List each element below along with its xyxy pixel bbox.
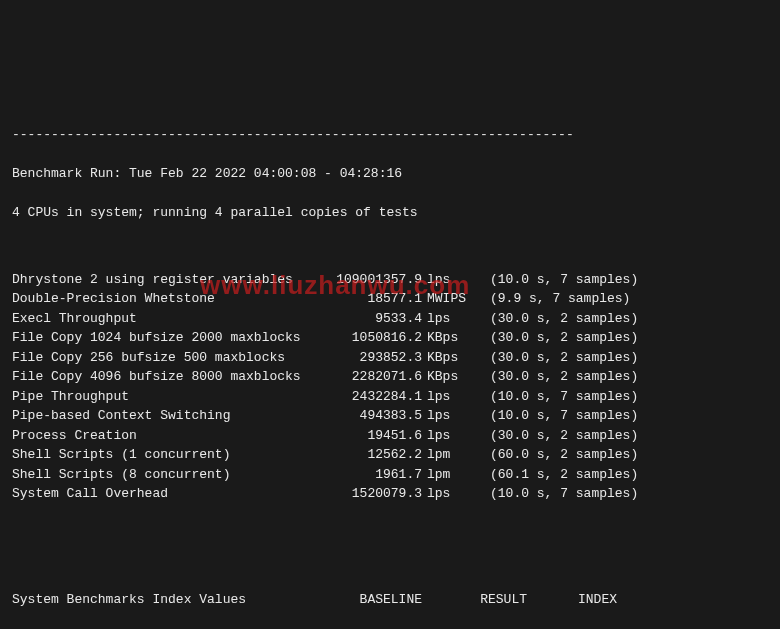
bench-timing: (10.0 s, 7 samples) (472, 406, 638, 426)
bench-label: Dhrystone 2 using register variables (12, 270, 317, 290)
bench-timing: (60.0 s, 2 samples) (472, 445, 638, 465)
cpu-info-line: 4 CPUs in system; running 4 parallel cop… (12, 203, 768, 223)
bench-value: 12562.2 (317, 445, 422, 465)
bench-value: 1050816.2 (317, 328, 422, 348)
bench-unit: lps (422, 406, 472, 426)
bench-label: Shell Scripts (1 concurrent) (12, 445, 317, 465)
bench-timing: (30.0 s, 2 samples) (472, 426, 638, 446)
bench-label: System Call Overhead (12, 484, 317, 504)
bench-value: 494383.5 (317, 406, 422, 426)
bench-label: Execl Throughput (12, 309, 317, 329)
bench-label: File Copy 256 bufsize 500 maxblocks (12, 348, 317, 368)
bench-label: Pipe-based Context Switching (12, 406, 317, 426)
index-header-index: INDEX (527, 590, 617, 610)
bench-label: Shell Scripts (8 concurrent) (12, 465, 317, 485)
bench-value: 9533.4 (317, 309, 422, 329)
bench-row: Execl Throughput9533.4lps(30.0 s, 2 samp… (12, 309, 768, 329)
bench-value: 1961.7 (317, 465, 422, 485)
bench-row: Pipe Throughput2432284.1lps(10.0 s, 7 sa… (12, 387, 768, 407)
index-header-row: System Benchmarks Index Values BASELINE … (12, 590, 768, 610)
bench-value: 293852.3 (317, 348, 422, 368)
bench-unit: lpm (422, 465, 472, 485)
benchmark-results-section: Dhrystone 2 using register variables1090… (12, 270, 768, 504)
bench-unit: lps (422, 387, 472, 407)
bench-unit: lpm (422, 445, 472, 465)
bench-timing: (10.0 s, 7 samples) (472, 270, 638, 290)
bench-timing: (30.0 s, 2 samples) (472, 367, 638, 387)
bench-label: Process Creation (12, 426, 317, 446)
bench-row: Pipe-based Context Switching494383.5lps(… (12, 406, 768, 426)
bench-row: File Copy 256 bufsize 500 maxblocks29385… (12, 348, 768, 368)
bench-unit: lps (422, 426, 472, 446)
bench-row: Shell Scripts (8 concurrent)1961.7lpm(60… (12, 465, 768, 485)
bench-label: File Copy 4096 bufsize 8000 maxblocks (12, 367, 317, 387)
bench-unit: MWIPS (422, 289, 472, 309)
bench-row: System Call Overhead1520079.3lps(10.0 s,… (12, 484, 768, 504)
bench-timing: (30.0 s, 2 samples) (472, 328, 638, 348)
bench-timing: (30.0 s, 2 samples) (472, 348, 638, 368)
index-header-baseline: BASELINE (317, 590, 422, 610)
bench-timing: (60.1 s, 2 samples) (472, 465, 638, 485)
bench-timing: (10.0 s, 7 samples) (472, 387, 638, 407)
bench-unit: KBps (422, 367, 472, 387)
bench-unit: lps (422, 270, 472, 290)
bench-row: Shell Scripts (1 concurrent)12562.2lpm(6… (12, 445, 768, 465)
index-header-title: System Benchmarks Index Values (12, 590, 317, 610)
bench-row: File Copy 4096 bufsize 8000 maxblocks228… (12, 367, 768, 387)
bench-value: 2432284.1 (317, 387, 422, 407)
bench-label: Double-Precision Whetstone (12, 289, 317, 309)
bench-label: Pipe Throughput (12, 387, 317, 407)
bench-value: 18577.1 (317, 289, 422, 309)
index-values-section: System Benchmarks Index Values BASELINE … (12, 551, 768, 630)
bench-label: File Copy 1024 bufsize 2000 maxblocks (12, 328, 317, 348)
bench-value: 2282071.6 (317, 367, 422, 387)
benchmark-run-line: Benchmark Run: Tue Feb 22 2022 04:00:08 … (12, 164, 768, 184)
top-divider: ----------------------------------------… (12, 125, 768, 145)
bench-value: 1520079.3 (317, 484, 422, 504)
index-header-result: RESULT (422, 590, 527, 610)
bench-row: File Copy 1024 bufsize 2000 maxblocks105… (12, 328, 768, 348)
bench-value: 19451.6 (317, 426, 422, 446)
bench-timing: (30.0 s, 2 samples) (472, 309, 638, 329)
bench-unit: lps (422, 309, 472, 329)
bench-row: Dhrystone 2 using register variables1090… (12, 270, 768, 290)
bench-timing: (9.9 s, 7 samples) (472, 289, 630, 309)
bench-timing: (10.0 s, 7 samples) (472, 484, 638, 504)
bench-row: Double-Precision Whetstone18577.1MWIPS(9… (12, 289, 768, 309)
bench-unit: KBps (422, 348, 472, 368)
bench-row: Process Creation19451.6lps(30.0 s, 2 sam… (12, 426, 768, 446)
bench-value: 109001357.9 (317, 270, 422, 290)
bench-unit: lps (422, 484, 472, 504)
bench-unit: KBps (422, 328, 472, 348)
